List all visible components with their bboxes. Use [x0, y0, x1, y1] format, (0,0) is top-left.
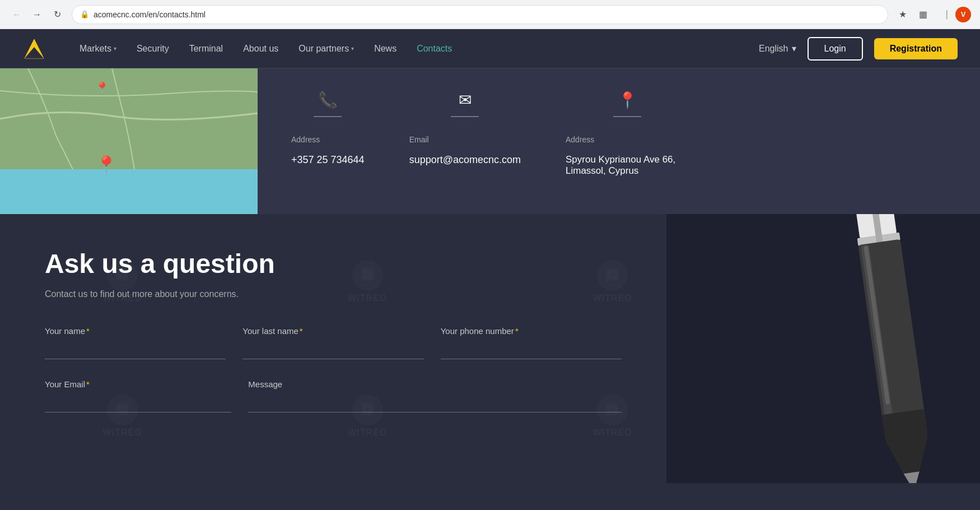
- phone-contact-item: 📞 Address +357 25 734644: [291, 91, 365, 166]
- email-icon: ✉: [459, 91, 472, 109]
- phone-field: Your phone number*: [441, 326, 622, 359]
- ask-section: 🔄 WITREO 🔄 WITREO 🔄 WITREO 🔄 WITREO 🔄 WI…: [0, 214, 980, 483]
- browser-actions: ★ ▦ ⎹ V: [895, 7, 971, 22]
- chevron-down-icon: ▾: [351, 45, 354, 52]
- phone-icon: 📞: [318, 91, 338, 109]
- form-row-2: Your Email* Message: [45, 379, 622, 412]
- browser-chrome: ← → ↻ 🔒 acomecnc.com/en/contacts.html ★ …: [0, 0, 980, 29]
- lock-icon: 🔒: [80, 10, 89, 18]
- language-selector[interactable]: English ▾: [759, 43, 796, 54]
- phone-value: +357 25 734644: [291, 154, 365, 166]
- contact-divider: [314, 116, 342, 117]
- website: Markets ▾ Security Terminal About us Our…: [0, 29, 980, 483]
- bookmark-button[interactable]: ★: [895, 7, 911, 22]
- email-required: *: [86, 379, 90, 389]
- last-name-label: Your last name*: [242, 326, 423, 336]
- name-field: Your name*: [45, 326, 226, 359]
- message-label: Message: [248, 379, 622, 389]
- extensions-button[interactable]: ▦: [915, 7, 931, 22]
- nav-security[interactable]: Security: [137, 44, 169, 54]
- refresh-button[interactable]: ↻: [49, 7, 65, 22]
- name-required: *: [86, 326, 90, 336]
- location-icon-wrapper: 📍: [566, 91, 689, 128]
- nav-terminal[interactable]: Terminal: [189, 44, 223, 54]
- map-marker: 📍: [95, 155, 118, 176]
- location-icon: 📍: [618, 91, 637, 109]
- address-contact-item: 📍 Address Spyrou Kyprianou Ave 66, Limas…: [566, 91, 689, 177]
- svg-marker-11: [885, 435, 932, 476]
- profile-button[interactable]: V: [955, 7, 971, 22]
- svg-rect-4: [0, 169, 258, 214]
- map-land: 📍: [0, 68, 258, 169]
- forward-button[interactable]: →: [29, 7, 45, 22]
- phone-icon-wrapper: 📞: [291, 91, 365, 128]
- map-container[interactable]: 📍 📍: [0, 68, 258, 214]
- chevron-down-icon: ▾: [792, 43, 796, 54]
- email-label: Your Email*: [45, 379, 231, 389]
- chevron-down-icon: ▾: [114, 45, 116, 52]
- nav-markets[interactable]: Markets ▾: [80, 44, 116, 54]
- contact-divider: [451, 116, 479, 117]
- nav-about-us[interactable]: About us: [243, 44, 278, 54]
- nav-our-partners[interactable]: Our partners ▾: [298, 44, 354, 54]
- last-name-field: Your last name*: [242, 326, 423, 359]
- email-value: support@acomecnc.com: [409, 154, 521, 166]
- phone-label: Your phone number*: [441, 326, 622, 336]
- map-water: [0, 169, 258, 214]
- contact-divider: [613, 116, 641, 117]
- email-contact-item: ✉ Email support@acomecnc.com: [409, 91, 521, 166]
- language-label: English: [759, 44, 788, 54]
- last-name-required: *: [300, 326, 303, 336]
- name-input[interactable]: [45, 340, 226, 359]
- email-icon-wrapper: ✉: [409, 91, 521, 128]
- name-label: Your name*: [45, 326, 226, 336]
- logo[interactable]: [22, 37, 46, 61]
- message-input[interactable]: [248, 393, 622, 412]
- browser-nav-buttons: ← → ↻: [9, 7, 65, 22]
- contact-info-cards: 📞 Address +357 25 734644 ✉ Email support…: [258, 68, 980, 214]
- form-row-1: Your name* Your last name* Your phone nu…: [45, 326, 622, 359]
- ask-subtitle: Contact us to find out more about your c…: [45, 289, 622, 299]
- email-input[interactable]: [45, 393, 231, 412]
- address-bar[interactable]: 🔒 acomecnc.com/en/contacts.html: [72, 5, 888, 24]
- email-field: Your Email*: [45, 379, 231, 412]
- address-value: Spyrou Kyprianou Ave 66, Limassol, Cypru…: [566, 154, 689, 177]
- phone-required: *: [515, 326, 519, 336]
- message-field: Message: [248, 379, 622, 412]
- phone-label: Address: [291, 135, 365, 144]
- navbar: Markets ▾ Security Terminal About us Our…: [0, 29, 980, 68]
- nav-items: Markets ▾ Security Terminal About us Our…: [80, 44, 759, 54]
- url-text: acomecnc.com/en/contacts.html: [94, 10, 880, 19]
- contact-form: Your name* Your last name* Your phone nu…: [45, 326, 622, 412]
- nav-news[interactable]: News: [374, 44, 396, 54]
- sidebar-button[interactable]: ⎹: [935, 7, 951, 22]
- register-button[interactable]: Registration: [874, 38, 958, 59]
- contact-section: 📍 📍 📞: [0, 68, 980, 214]
- phone-input[interactable]: [441, 340, 622, 359]
- nav-contacts[interactable]: Contacts: [417, 44, 452, 54]
- svg-text:📍: 📍: [95, 81, 109, 95]
- ask-title: Ask us a question: [45, 248, 622, 280]
- decorative-panel: [666, 214, 980, 483]
- map-background: 📍 📍: [0, 68, 258, 214]
- address-label: Address: [566, 135, 689, 144]
- email-label: Email: [409, 135, 521, 144]
- pen-decoration: [768, 214, 980, 483]
- ask-form-area: Ask us a question Contact us to find out…: [0, 214, 666, 483]
- back-button[interactable]: ←: [9, 7, 25, 22]
- navbar-right: English ▾ Login Registration: [759, 37, 958, 61]
- login-button[interactable]: Login: [808, 37, 863, 61]
- last-name-input[interactable]: [242, 340, 423, 359]
